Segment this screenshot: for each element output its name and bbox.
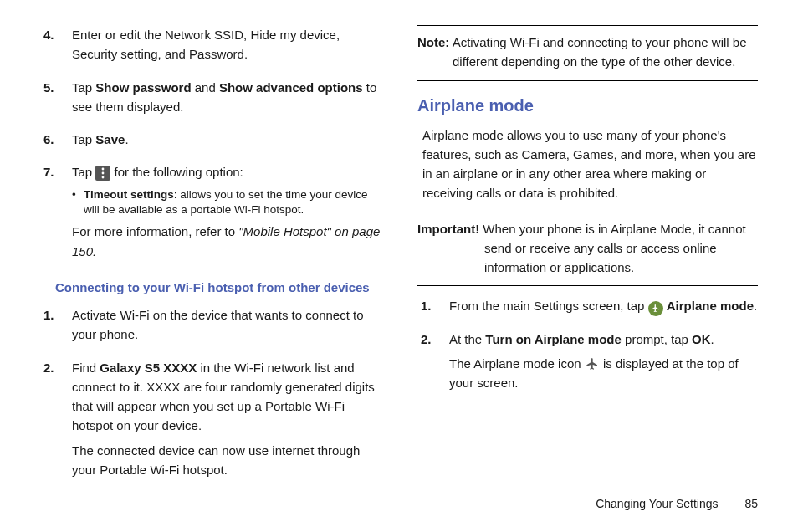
section-heading: Airplane mode [417, 93, 758, 119]
footer-page-number: 85 [744, 497, 758, 510]
step-extra: For more information, refer to "Mobile H… [72, 222, 381, 261]
step-body: Activate Wi-Fi on the device that wants … [72, 305, 381, 350]
step-body: Tap for the following option:•Timeout se… [72, 162, 381, 266]
step-number: 2. [417, 330, 449, 398]
step-item: 1.From the main Settings screen, tap Air… [417, 296, 758, 321]
subsection-heading: Connecting to your Wi-Fi hotspot from ot… [55, 278, 381, 297]
step-number: 5. [40, 78, 72, 122]
airplane-icon [585, 356, 600, 371]
step-item: 4.Enter or edit the Network SSID, Hide m… [40, 25, 381, 69]
steps-list-b: 1.Activate Wi-Fi on the device that want… [40, 305, 381, 484]
important-block: Important! When your phone is in Airplan… [417, 212, 758, 287]
note-block: Note: Activating Wi-Fi and connecting to… [417, 25, 758, 81]
right-column: Note: Activating Wi-Fi and connecting to… [417, 25, 758, 468]
step-item: 6.Tap Save. [40, 130, 381, 154]
step-body: Tap Show password and Show advanced opti… [72, 78, 381, 122]
note-text: Activating Wi-Fi and connecting to your … [449, 35, 746, 69]
step-body: Tap Save. [72, 130, 381, 154]
step-body: Find Galaxy S5 XXXX in the Wi-Fi network… [72, 358, 381, 485]
step-number: 7. [40, 162, 72, 266]
steps-list-right: 1.From the main Settings screen, tap Air… [417, 296, 758, 397]
important-label: Important! [417, 222, 479, 236]
step-number: 6. [40, 130, 72, 154]
section-intro: Airplane mode allows you to use many of … [417, 125, 758, 203]
important-text: When your phone is in Airplane Mode, it … [479, 222, 746, 275]
step-item: 2.Find Galaxy S5 XXXX in the Wi-Fi netwo… [40, 358, 381, 485]
step-item: 5.Tap Show password and Show advanced op… [40, 78, 381, 122]
note-label: Note: [417, 35, 449, 49]
footer-chapter: Changing Your Settings [596, 497, 718, 510]
step-body: At the Turn on Airplane mode prompt, tap… [449, 330, 758, 398]
airplane-mode-icon [648, 301, 663, 316]
step-item: 7.Tap for the following option:•Timeout … [40, 162, 381, 266]
step-body: From the main Settings screen, tap Airpl… [449, 296, 758, 321]
svg-point-0 [102, 168, 105, 171]
page-footer: Changing Your Settings 85 [596, 497, 758, 510]
overflow-menu-icon [95, 166, 110, 181]
step-number: 4. [40, 25, 72, 69]
svg-point-1 [102, 172, 105, 175]
step-number: 1. [40, 305, 72, 350]
step-body: Enter or edit the Network SSID, Hide my … [72, 25, 381, 69]
steps-list-a: 4.Enter or edit the Network SSID, Hide m… [40, 25, 381, 266]
sub-bullet: •Timeout settings: allows you to set the… [72, 187, 381, 219]
step-item: 2.At the Turn on Airplane mode prompt, t… [417, 330, 758, 398]
left-column: 4.Enter or edit the Network SSID, Hide m… [40, 25, 381, 468]
step-number: 1. [417, 296, 449, 321]
step-item: 1.Activate Wi-Fi on the device that want… [40, 305, 381, 350]
step-number: 2. [40, 358, 72, 485]
svg-point-2 [102, 176, 105, 179]
